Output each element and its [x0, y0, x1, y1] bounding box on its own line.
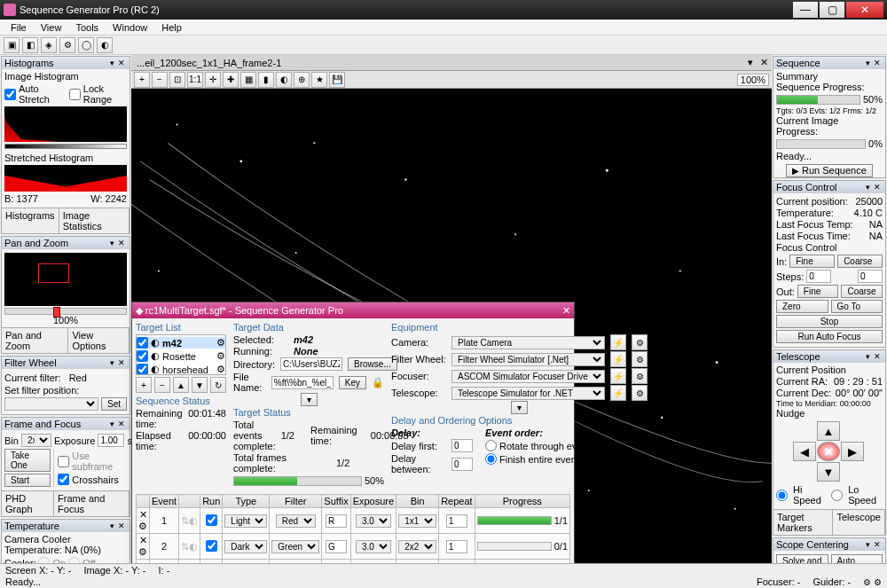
- window-minimize[interactable]: —: [793, 2, 818, 18]
- panel-pin-icon[interactable]: ▾: [864, 183, 872, 192]
- histogram-display[interactable]: [4, 106, 127, 142]
- panel-pin-icon[interactable]: ▾: [108, 59, 116, 67]
- telescope-connect-icon[interactable]: ⚡: [610, 385, 626, 401]
- tab-dropdown-icon[interactable]: ▾: [744, 57, 757, 68]
- cooler-off-radio[interactable]: [68, 557, 80, 563]
- auto-stretch-checkbox[interactable]: [4, 89, 16, 100]
- panel-pin-icon[interactable]: ▾: [864, 540, 872, 549]
- tab-panzoom[interactable]: Pan and Zoom: [2, 328, 68, 353]
- fw-select[interactable]: Filter Wheel Simulator [.Net]: [451, 353, 605, 366]
- event-exposure-select[interactable]: 3.0: [356, 540, 391, 553]
- target-del-button[interactable]: −: [154, 377, 170, 393]
- toolbar-btn-2[interactable]: ◧: [22, 37, 38, 53]
- panel-pin-icon[interactable]: ▾: [108, 419, 116, 428]
- annotate-icon[interactable]: ⊕: [294, 72, 310, 88]
- invert-icon[interactable]: ◐: [276, 72, 292, 88]
- toolbar-btn-5[interactable]: ◯: [78, 37, 94, 53]
- target-m42[interactable]: m42: [162, 338, 182, 349]
- event-row[interactable]: ✕ ⚙2⇅◐DarkGreen3.02x20/1: [137, 534, 570, 560]
- auto-center-button[interactable]: Auto Center: [831, 554, 883, 563]
- camera-select[interactable]: Plate Camera: [451, 336, 605, 349]
- event-row[interactable]: ✕ ⚙1⇅◐LightRed3.01x11/1: [137, 508, 570, 534]
- menu-window[interactable]: Window: [106, 20, 154, 35]
- run-autofocus-button[interactable]: Run Auto Focus: [776, 330, 883, 343]
- nudge-left-button[interactable]: ◀: [793, 442, 816, 461]
- hi-speed-radio[interactable]: [776, 490, 788, 501]
- panel-close-icon[interactable]: ✕: [116, 521, 127, 530]
- delay-between-input[interactable]: [451, 458, 473, 471]
- star-icon[interactable]: ★: [311, 72, 327, 88]
- event-bin-select[interactable]: 1x1: [398, 514, 436, 528]
- menu-tools[interactable]: Tools: [68, 20, 106, 35]
- panel-close-icon[interactable]: ✕: [872, 59, 883, 67]
- camera-connect-icon[interactable]: ⚡: [610, 334, 626, 350]
- rotate-radio[interactable]: [485, 440, 497, 451]
- tab-close-icon[interactable]: ✕: [757, 57, 772, 68]
- delay-first-input[interactable]: [451, 439, 473, 452]
- reticle-icon[interactable]: ✛: [205, 72, 221, 88]
- start-button[interactable]: Start: [4, 474, 51, 487]
- grid-icon[interactable]: ▦: [240, 72, 256, 88]
- menu-file[interactable]: File: [4, 20, 34, 35]
- filter-position-select[interactable]: [4, 397, 98, 411]
- zoom-fit-icon[interactable]: ⊡: [169, 72, 185, 88]
- event-type-select[interactable]: Light: [224, 514, 267, 528]
- zoom-in-icon[interactable]: +: [134, 72, 150, 88]
- filename-input[interactable]: [271, 376, 334, 389]
- image-tab[interactable]: ...eil_1200sec_1x1_HA_frame2-1 ▾ ✕: [131, 55, 772, 71]
- target-rosette-checkbox[interactable]: [137, 350, 148, 362]
- panel-close-icon[interactable]: ✕: [116, 419, 127, 428]
- tab-telescope[interactable]: Telescope: [833, 510, 885, 535]
- event-exposure-select[interactable]: 3.0: [356, 514, 391, 528]
- nudge-stop-button[interactable]: ✕: [817, 442, 840, 461]
- event-run-check[interactable]: [206, 540, 217, 552]
- tab-target-markers[interactable]: Target Markers: [773, 510, 833, 535]
- event-suffix-input[interactable]: [326, 540, 347, 553]
- toolbar-btn-4[interactable]: ⚙: [59, 37, 75, 53]
- panel-close-icon[interactable]: ✕: [116, 358, 127, 367]
- in-coarse-button[interactable]: Coarse: [837, 255, 883, 268]
- target-up-button[interactable]: ▲: [173, 377, 189, 393]
- panel-close-icon[interactable]: ✕: [872, 540, 883, 549]
- panel-close-icon[interactable]: ✕: [116, 239, 127, 247]
- key-button[interactable]: Key: [339, 376, 366, 389]
- tab-phd-graph[interactable]: PHD Graph: [2, 491, 54, 516]
- event-repeat-input[interactable]: [446, 514, 467, 528]
- crosshair-icon[interactable]: ✚: [223, 72, 239, 88]
- target-down-button[interactable]: ▼: [192, 377, 208, 393]
- target-reset-button[interactable]: ↻: [210, 377, 226, 393]
- panel-pin-icon[interactable]: ▾: [864, 352, 872, 361]
- subframe-checkbox[interactable]: [58, 456, 69, 467]
- crosshairs-checkbox[interactable]: [58, 474, 69, 485]
- lock-range-checkbox[interactable]: [69, 89, 81, 100]
- take-one-button[interactable]: Take One: [4, 449, 51, 472]
- target-horsehead[interactable]: horsehead: [162, 365, 208, 375]
- event-repeat-input[interactable]: [446, 540, 467, 553]
- event-run-check[interactable]: [206, 514, 217, 526]
- target-rosette[interactable]: Rosette: [162, 351, 196, 362]
- exposure-input[interactable]: [98, 434, 124, 447]
- tab-image-statistics[interactable]: Image Statistics: [59, 208, 130, 233]
- run-sequence-button[interactable]: ▶ Run Sequence: [786, 164, 873, 177]
- fw-connect-icon[interactable]: ⚡: [610, 351, 626, 367]
- zoom-readout[interactable]: 100%: [737, 74, 769, 86]
- panel-pin-icon[interactable]: ▾: [108, 239, 116, 247]
- focuser-connect-icon[interactable]: ⚡: [610, 368, 626, 384]
- out-fine-button[interactable]: Fine: [797, 285, 839, 298]
- panel-close-icon[interactable]: ✕: [872, 352, 883, 361]
- telescope-settings-icon[interactable]: ⚙: [632, 385, 648, 401]
- out-coarse-button[interactable]: Coarse: [841, 285, 883, 298]
- focus-stop-button[interactable]: Stop: [776, 315, 883, 328]
- dialog-close-icon[interactable]: ✕: [562, 305, 570, 317]
- zoom-slider[interactable]: [4, 308, 127, 315]
- toolbar-btn-3[interactable]: ◈: [41, 37, 57, 53]
- toolbar-btn-6[interactable]: ◐: [97, 37, 113, 53]
- steps-input[interactable]: [806, 270, 831, 283]
- in-fine-button[interactable]: Fine: [789, 255, 835, 268]
- target-horsehead-checkbox[interactable]: [137, 364, 148, 375]
- menu-help[interactable]: Help: [154, 20, 189, 35]
- window-maximize[interactable]: ▢: [820, 2, 844, 18]
- focuser-select[interactable]: ASCOM Simulator Focuser Drive: [451, 370, 605, 383]
- target-m42-checkbox[interactable]: [137, 337, 148, 349]
- cooler-on-radio[interactable]: [38, 557, 50, 563]
